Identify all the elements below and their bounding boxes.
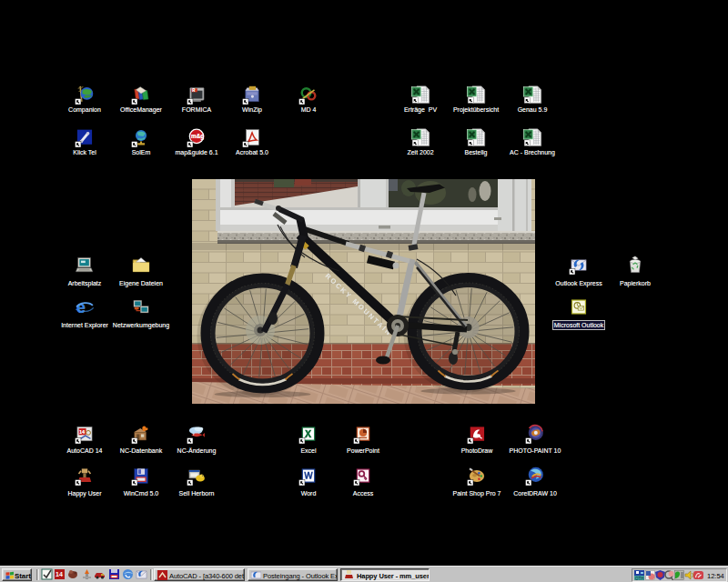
svg-text:14: 14 [79,429,86,435]
svg-text:OTH: OTH [635,577,644,581]
svg-text:14: 14 [56,571,63,577]
svg-text:e: e [76,298,86,316]
